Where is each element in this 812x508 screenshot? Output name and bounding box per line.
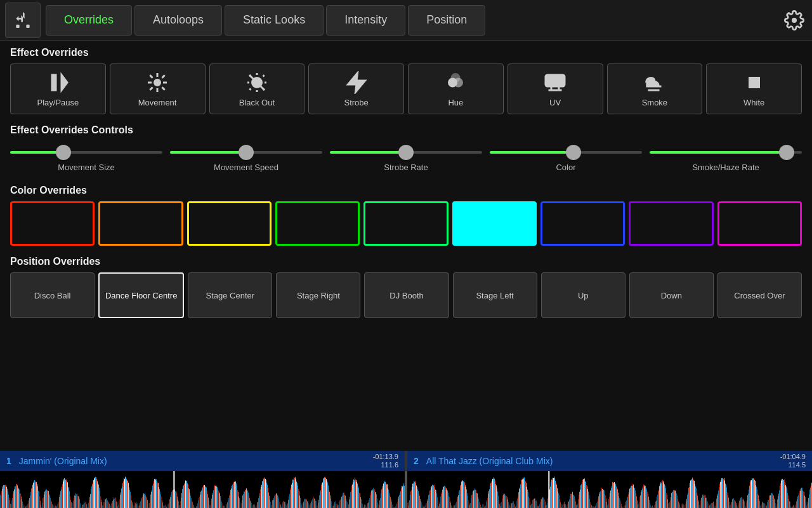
- color-btn-red[interactable]: [10, 201, 95, 246]
- strobe-rate-track[interactable]: [330, 146, 482, 159]
- bottom-player: 1 Jammin' (Original Mix) -01:13.9 111.6 …: [0, 451, 812, 508]
- player-2-time: -01:04.9 114.5: [780, 453, 806, 469]
- svg-point-10: [452, 74, 459, 81]
- svg-rect-2: [52, 75, 56, 90]
- player-1-title: Jammin' (Original Mix): [19, 456, 107, 466]
- sliders-row: Movement Size Movement Speed Strobe Rate: [10, 141, 802, 175]
- waveform-left[interactable]: [0, 471, 405, 508]
- color-btn-lime[interactable]: [363, 201, 448, 246]
- effect-btn-movement[interactable]: Movement: [110, 64, 206, 114]
- usb-icon[interactable]: [5, 3, 41, 38]
- effect-overrides-title: Effect Overrides: [10, 47, 802, 58]
- waveform-row: [0, 471, 812, 508]
- slider-smoke-haze: Smoke/Haze Rate: [650, 146, 802, 172]
- svg-rect-0: [16, 24, 19, 27]
- slider-strobe-rate: Strobe Rate: [330, 146, 482, 172]
- player-2-number: 2: [414, 456, 419, 466]
- effect-btn-play-pause[interactable]: Play/Pause: [10, 64, 106, 114]
- color-btn-orange[interactable]: [98, 201, 183, 246]
- player-1-number: 1: [6, 456, 11, 466]
- slider-movement-speed: Movement Speed: [170, 146, 322, 172]
- color-label: Color: [490, 163, 642, 172]
- movement-speed-track[interactable]: [170, 146, 322, 159]
- color-track[interactable]: [490, 146, 642, 159]
- position-btn-crossed-over[interactable]: Crossed Over: [717, 272, 802, 318]
- player-1-time: -01:13.9 111.6: [373, 453, 398, 469]
- smoke-haze-track[interactable]: [650, 146, 802, 159]
- effect-btn-blackout[interactable]: Black Out: [209, 64, 305, 114]
- position-btn-down[interactable]: Down: [629, 272, 714, 318]
- svg-point-4: [155, 79, 160, 85]
- color-buttons-row: [10, 201, 802, 246]
- svg-rect-17: [749, 77, 760, 88]
- position-btn-dj-booth[interactable]: DJ Booth: [364, 272, 449, 318]
- tab-position[interactable]: Position: [408, 5, 485, 36]
- slider-movement-size: Movement Size: [10, 146, 162, 172]
- color-btn-green[interactable]: [275, 201, 360, 246]
- color-btn-cyan[interactable]: [452, 201, 537, 246]
- movement-speed-label: Movement Speed: [170, 163, 322, 172]
- color-btn-blue[interactable]: [540, 201, 625, 246]
- svg-marker-3: [62, 75, 67, 90]
- position-btn-stage-center[interactable]: Stage Center: [188, 272, 272, 318]
- color-overrides-title: Color Overrides: [10, 185, 802, 196]
- movement-size-track[interactable]: [10, 146, 162, 159]
- slider-color: Color: [490, 146, 642, 172]
- tab-autoloops[interactable]: Autoloops: [134, 5, 222, 36]
- position-btn-stage-right[interactable]: Stage Right: [276, 272, 360, 318]
- effect-controls-title: Effect Overrides Controls: [10, 124, 802, 136]
- position-overrides-title: Position Overrides: [10, 256, 802, 267]
- tab-intensity[interactable]: Intensity: [326, 5, 405, 36]
- color-btn-pink[interactable]: [717, 201, 802, 246]
- svg-marker-7: [348, 73, 365, 92]
- smoke-haze-label: Smoke/Haze Rate: [650, 163, 802, 172]
- waveform-right[interactable]: [407, 471, 812, 508]
- color-btn-yellow[interactable]: [187, 201, 272, 246]
- position-btn-stage-left[interactable]: Stage Left: [453, 272, 537, 318]
- svg-rect-1: [26, 24, 29, 27]
- tab-overrides[interactable]: Overrides: [46, 5, 132, 36]
- effect-overrides-section: Effect Overrides Play/Pause Movement Bla…: [0, 41, 812, 118]
- tab-static-looks[interactable]: Static Looks: [225, 5, 324, 36]
- position-btn-dance-floor-centre[interactable]: Dance Floor Centre: [98, 272, 184, 318]
- effect-controls-section: Effect Overrides Controls Movement Size …: [0, 118, 812, 178]
- effect-btn-uv[interactable]: UV: [508, 64, 603, 114]
- settings-icon[interactable]: [782, 8, 807, 33]
- movement-size-label: Movement Size: [10, 163, 162, 172]
- effect-buttons-row: Play/Pause Movement Black Out Strobe Hue…: [10, 64, 802, 114]
- effect-btn-hue[interactable]: Hue: [408, 64, 504, 114]
- position-btn-up[interactable]: Up: [541, 272, 625, 318]
- color-overrides-section: Color Overrides: [0, 178, 812, 250]
- player-2-title: All That Jazz (Original Club Mix): [426, 456, 553, 466]
- player-2-info[interactable]: 2 All That Jazz (Original Club Mix) -01:…: [407, 451, 812, 471]
- strobe-rate-label: Strobe Rate: [330, 163, 482, 172]
- effect-btn-strobe[interactable]: Strobe: [308, 64, 404, 114]
- nav-tabs: Overrides Autoloops Static Looks Intensi…: [46, 5, 782, 36]
- top-navigation: Overrides Autoloops Static Looks Intensi…: [0, 0, 812, 41]
- position-btn-disco-ball[interactable]: Disco Ball: [10, 272, 95, 318]
- color-btn-purple[interactable]: [629, 201, 713, 246]
- position-buttons-row: Disco Ball Dance Floor Centre Stage Cent…: [10, 272, 802, 318]
- player-1-info[interactable]: 1 Jammin' (Original Mix) -01:13.9 111.6: [0, 451, 405, 471]
- player-info-row: 1 Jammin' (Original Mix) -01:13.9 111.6 …: [0, 451, 812, 471]
- effect-btn-white[interactable]: White: [706, 64, 802, 114]
- position-overrides-section: Position Overrides Disco Ball Dance Floo…: [0, 250, 812, 322]
- effect-btn-smoke[interactable]: Smoke: [607, 64, 703, 114]
